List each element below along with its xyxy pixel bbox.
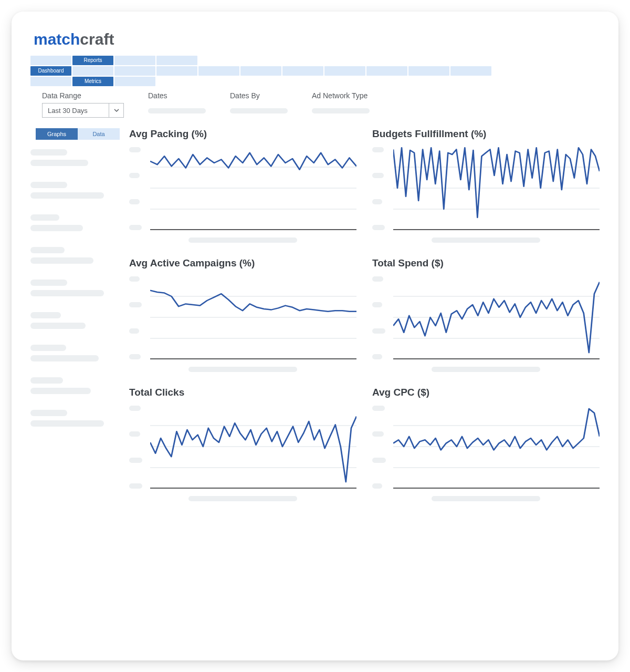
filter-dates: Dates: [148, 91, 206, 118]
sidebar-group: [30, 247, 120, 264]
sidebar-item-placeholder[interactable]: [30, 388, 91, 394]
filters-bar: Data Range Last 30 Days Dates Dates By A…: [42, 91, 600, 118]
y-tick-placeholder: [129, 354, 141, 359]
sidebar-item-placeholder[interactable]: [30, 192, 104, 199]
filter-label: Dates By: [230, 91, 288, 100]
sidebar-item-placeholder[interactable]: [30, 345, 66, 351]
y-axis: [129, 146, 145, 230]
chart-avg_active_campaigns: Avg Active Campaigns (%): [129, 257, 356, 372]
y-tick-placeholder: [372, 431, 384, 437]
y-axis: [372, 275, 388, 359]
y-tick-placeholder: [372, 406, 385, 411]
y-tick-placeholder: [129, 199, 140, 204]
chart-total_spend: Total Spend ($): [372, 257, 600, 372]
nav-placeholder[interactable]: [240, 66, 281, 76]
nav-placeholder[interactable]: [324, 66, 365, 76]
y-tick-placeholder: [372, 458, 386, 463]
sidebar-item-placeholder[interactable]: [30, 290, 104, 296]
nav-placeholder[interactable]: [198, 66, 239, 76]
x-axis-placeholder: [432, 367, 541, 372]
chart-title: Budgets Fullfillment (%): [372, 128, 600, 140]
sidebar-item-placeholder[interactable]: [30, 247, 65, 253]
y-tick-placeholder: [372, 483, 382, 489]
sidebar-item-placeholder[interactable]: [30, 182, 67, 188]
sidebar-item-placeholder[interactable]: [30, 257, 93, 264]
nav-placeholder[interactable]: [156, 66, 197, 76]
y-tick-placeholder: [372, 199, 382, 204]
y-tick-placeholder: [129, 328, 139, 334]
chevron-down-icon: [109, 104, 123, 117]
filter-placeholder[interactable]: [230, 108, 288, 113]
sidebar-item-placeholder[interactable]: [30, 312, 61, 318]
sidebar-item-placeholder[interactable]: [30, 355, 99, 361]
nav-metrics[interactable]: Metrics: [72, 77, 113, 86]
nav-row-3: Metrics: [30, 77, 600, 86]
sidebar-item-placeholder[interactable]: [30, 225, 83, 231]
y-tick-placeholder: [129, 302, 142, 307]
nav-row-2: Dashboard: [30, 66, 600, 76]
y-tick-placeholder: [372, 225, 385, 230]
y-axis: [129, 275, 145, 359]
plot-area: [393, 146, 600, 230]
toggle-graphs[interactable]: Graphs: [36, 128, 78, 140]
nav-placeholder[interactable]: [30, 77, 71, 86]
sidebar-group: [30, 312, 120, 329]
sidebar-item-placeholder[interactable]: [30, 149, 67, 156]
chart-total_clicks: Total Clicks: [129, 387, 356, 501]
chart-body: [372, 275, 600, 359]
sidebar-item-placeholder[interactable]: [30, 160, 88, 166]
nav-placeholder[interactable]: [366, 66, 407, 76]
chart-avg_cpc: Avg CPC ($): [372, 387, 600, 501]
sidebar-group: [30, 182, 120, 199]
series-line: [150, 416, 356, 482]
filter-placeholder[interactable]: [148, 108, 206, 113]
filter-dates-by: Dates By: [230, 91, 288, 118]
y-tick-placeholder: [129, 483, 142, 489]
nav-placeholder[interactable]: [114, 77, 155, 86]
filter-label: Ad Network Type: [312, 91, 370, 100]
body: Graphs Data Avg Packing (%)Budgets Fullf…: [30, 128, 600, 501]
toggle-data[interactable]: Data: [78, 128, 120, 140]
nav-placeholder[interactable]: [408, 66, 449, 76]
data-range-select[interactable]: Last 30 Days: [42, 103, 124, 118]
nav-reports[interactable]: Reports: [72, 56, 113, 65]
filter-data-range: Data Range Last 30 Days: [42, 91, 124, 118]
chart-budgets_fullfillment: Budgets Fullfillment (%): [372, 128, 600, 243]
y-tick-placeholder: [129, 406, 141, 411]
nav-row-1: Reports: [30, 56, 600, 65]
view-toggle: Graphs Data: [36, 128, 120, 140]
nav-placeholder[interactable]: [450, 66, 491, 76]
nav-placeholder[interactable]: [114, 56, 155, 65]
sidebar-item-placeholder[interactable]: [30, 280, 67, 286]
nav-dashboard[interactable]: Dashboard: [30, 66, 71, 76]
sidebar-item-placeholder[interactable]: [30, 420, 104, 427]
y-tick-placeholder: [129, 276, 140, 282]
filter-label: Dates: [148, 91, 206, 100]
nav-placeholder[interactable]: [30, 56, 71, 65]
chart-title: Avg Packing (%): [129, 128, 356, 140]
nav-placeholder[interactable]: [114, 66, 155, 76]
sidebar-item-placeholder[interactable]: [30, 214, 59, 221]
filter-placeholder[interactable]: [312, 108, 370, 113]
nav-placeholder[interactable]: [72, 66, 113, 76]
series-line: [150, 291, 356, 312]
sidebar-item-placeholder[interactable]: [30, 323, 86, 329]
chart-title: Total Spend ($): [372, 257, 600, 269]
sidebar-item-placeholder[interactable]: [30, 410, 67, 416]
chart-body: [372, 146, 600, 230]
chart-title: Avg CPC ($): [372, 387, 600, 398]
nav-placeholder[interactable]: [156, 56, 197, 65]
charts-grid: Avg Packing (%)Budgets Fullfillment (%)A…: [129, 128, 600, 501]
chart-body: [129, 275, 356, 359]
logo-part1: match: [34, 30, 80, 48]
x-axis-placeholder: [432, 496, 541, 501]
sidebar-group: [30, 410, 120, 427]
sidebar: Graphs Data: [30, 128, 120, 501]
sidebar-item-placeholder[interactable]: [30, 377, 63, 384]
sidebar-group: [30, 149, 120, 166]
chart-body: [372, 405, 600, 489]
nav-placeholder[interactable]: [282, 66, 323, 76]
chart-body: [129, 405, 356, 489]
y-tick-placeholder: [129, 225, 142, 230]
series-line: [393, 409, 600, 450]
